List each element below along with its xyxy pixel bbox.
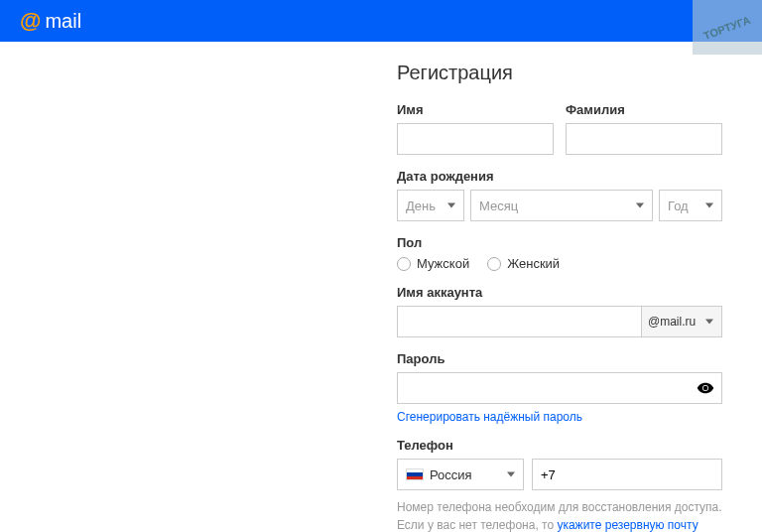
flag-russia-icon <box>406 468 424 480</box>
radio-icon <box>487 257 501 271</box>
chevron-down-icon <box>636 203 644 208</box>
domain-select[interactable]: @mail.ru <box>641 306 722 337</box>
radio-icon <box>397 257 411 271</box>
generate-password-link[interactable]: Сгенерировать надёжный пароль <box>397 410 582 424</box>
password-label: Пароль <box>397 351 722 366</box>
logo-text: mail <box>45 10 81 33</box>
registration-form: Регистрация Имя Фамилия Дата рождения Де… <box>397 62 722 532</box>
watermark: ТОРТУГА <box>693 0 762 55</box>
chevron-down-icon <box>447 203 455 208</box>
logo[interactable]: @ mail <box>20 8 81 34</box>
chevron-down-icon <box>705 203 713 208</box>
at-icon: @ <box>20 8 41 34</box>
page-title: Регистрация <box>397 62 722 84</box>
last-name-label: Фамилия <box>566 102 722 117</box>
phone-input[interactable] <box>532 459 722 490</box>
svg-point-0 <box>703 386 708 391</box>
account-input[interactable] <box>397 306 641 337</box>
first-name-input[interactable] <box>397 123 554 155</box>
gender-male-radio[interactable]: Мужской <box>397 256 469 271</box>
gender-female-radio[interactable]: Женский <box>487 256 560 271</box>
month-select[interactable]: Месяц <box>470 190 653 221</box>
country-select[interactable]: Россия <box>397 459 524 490</box>
chevron-down-icon <box>705 320 713 325</box>
gender-label: Пол <box>397 235 722 250</box>
header: @ mail <box>0 0 762 42</box>
first-name-label: Имя <box>397 102 554 117</box>
password-input[interactable] <box>397 372 722 404</box>
year-select[interactable]: Год <box>659 190 722 221</box>
account-label: Имя аккаунта <box>397 285 722 300</box>
backup-email-link[interactable]: укажите резервную почту <box>557 518 698 532</box>
phone-label: Телефон <box>397 438 722 453</box>
eye-icon[interactable] <box>697 379 714 397</box>
day-select[interactable]: День <box>397 190 464 221</box>
birthdate-label: Дата рождения <box>397 169 722 184</box>
phone-hint: Номер телефона необходим для восстановле… <box>397 498 722 532</box>
chevron-down-icon <box>507 472 515 477</box>
last-name-input[interactable] <box>566 123 722 155</box>
